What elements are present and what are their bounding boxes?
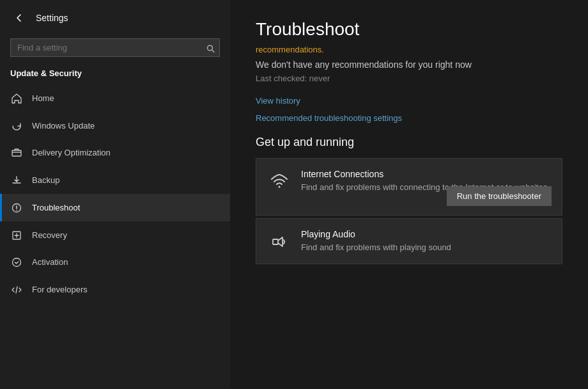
sidebar-item-recovery[interactable]: Recovery [0, 221, 230, 249]
run-troubleshooter-button[interactable]: Run the troubleshooter [447, 186, 552, 206]
search-input[interactable] [10, 38, 220, 57]
search-icon [206, 43, 215, 52]
search-box [10, 38, 220, 57]
sidebar-item-activation[interactable]: Activation [0, 249, 230, 276]
activation-icon [10, 257, 23, 269]
sidebar-header: Settings [0, 0, 230, 36]
recommended-settings-link[interactable]: Recommended troubleshooting settings [256, 113, 562, 123]
home-icon [10, 92, 23, 104]
get-running-heading: Get up and running [256, 136, 562, 149]
page-title: Troubleshoot [256, 19, 562, 40]
sidebar-item-windows-update-label: Windows Update [32, 121, 95, 131]
svg-point-6 [13, 258, 21, 267]
developers-icon [10, 283, 23, 296]
sidebar-item-home[interactable]: Home [0, 84, 230, 112]
sidebar-item-troubleshoot-label: Troubleshoot [32, 203, 80, 212]
sidebar-item-backup-label: Backup [32, 175, 59, 185]
sidebar: Settings Update & Security Home Windows [0, 0, 230, 389]
playing-audio-content: Playing Audio Find and fix problems with… [301, 229, 550, 253]
back-button[interactable] [10, 9, 28, 27]
view-history-link[interactable]: View history [256, 96, 562, 106]
internet-connections-card: Internet Connections Find and fix proble… [256, 158, 562, 216]
svg-rect-8 [273, 239, 278, 244]
section-label: Update & Security [0, 65, 230, 84]
last-checked-text: Last checked: never [256, 74, 562, 83]
sidebar-item-windows-update[interactable]: Windows Update [0, 112, 230, 139]
sidebar-title: Settings [36, 13, 68, 23]
recommendations-label: recommendations. [256, 45, 562, 54]
svg-line-1 [212, 50, 215, 52]
svg-rect-2 [12, 150, 21, 156]
sidebar-item-home-label: Home [32, 93, 54, 103]
recovery-icon [10, 229, 23, 241]
internet-connections-title: Internet Connections [301, 169, 550, 179]
sidebar-item-backup[interactable]: Backup [0, 166, 230, 194]
playing-audio-title: Playing Audio [301, 229, 550, 239]
svg-point-7 [279, 186, 281, 188]
sidebar-item-troubleshoot[interactable]: Troubleshoot [0, 194, 230, 221]
main-content: Troubleshoot recommendations. We don't h… [230, 0, 588, 389]
sidebar-item-activation-label: Activation [32, 257, 68, 267]
audio-icon [268, 230, 291, 253]
sidebar-item-delivery-optimization[interactable]: Delivery Optimization [0, 139, 230, 167]
no-recommendations-text: We don't have any recommendations for yo… [256, 60, 562, 70]
sidebar-item-recovery-label: Recovery [32, 230, 67, 240]
sidebar-item-for-developers[interactable]: For developers [0, 276, 230, 303]
refresh-icon [10, 120, 23, 132]
wifi-icon [268, 170, 291, 193]
backup-icon [10, 174, 23, 186]
sidebar-item-delivery-optimization-label: Delivery Optimization [32, 148, 111, 157]
svg-point-4 [16, 210, 17, 211]
delivery-icon [10, 147, 23, 159]
playing-audio-card: Playing Audio Find and fix problems with… [256, 218, 562, 264]
sidebar-item-for-developers-label: For developers [32, 285, 88, 294]
troubleshoot-icon [10, 202, 23, 214]
playing-audio-desc: Find and fix problems with playing sound [301, 242, 550, 253]
